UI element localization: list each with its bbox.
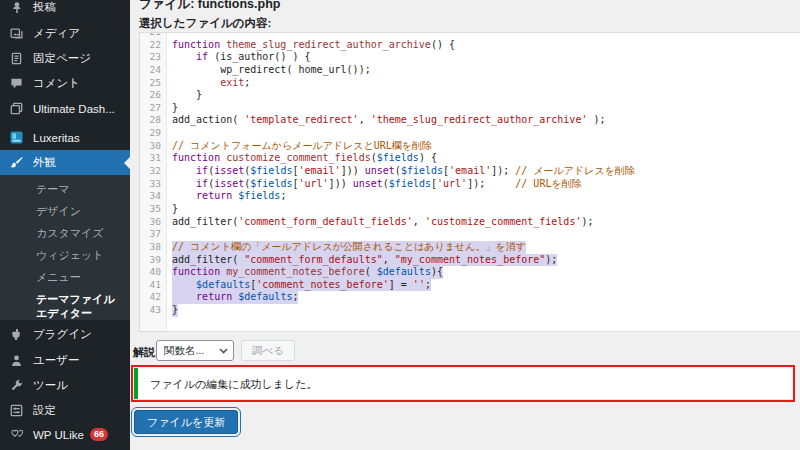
code-line: 41 $defaults['comment_notes_before'] = '… bbox=[140, 279, 800, 292]
submenu-item-design[interactable]: デザイン bbox=[0, 200, 130, 222]
line-number: 24 bbox=[140, 64, 167, 77]
sidebar-item-appearance[interactable]: 外観 bbox=[0, 150, 130, 175]
line-number: 28 bbox=[140, 114, 167, 127]
success-notice-text: ファイルの編集に成功しました。 bbox=[138, 368, 792, 392]
sidebar-item-tools[interactable]: ツール bbox=[0, 373, 130, 398]
sidebar-item-label: ユーザー bbox=[33, 353, 80, 368]
code-line: 28add_action( 'template_redirect', 'them… bbox=[140, 114, 800, 127]
settings-icon bbox=[9, 403, 24, 418]
submenu-item-theme-file-editor[interactable]: テーマファイルエディター bbox=[0, 288, 130, 324]
code-text: add_filter('comment_form_default_fields'… bbox=[172, 216, 593, 229]
line-number: 42 bbox=[140, 291, 167, 304]
sidebar-item-label: プラグイン bbox=[33, 327, 92, 342]
code-line: 27} bbox=[140, 102, 800, 115]
line-number: 37 bbox=[140, 228, 167, 241]
code-text: if (is_author() ) { bbox=[172, 51, 311, 64]
line-number: 39 bbox=[140, 254, 167, 267]
code-line: 36add_filter('comment_form_default_field… bbox=[140, 216, 800, 229]
documentation-label: 解説: bbox=[133, 345, 159, 360]
sidebar-item-settings[interactable]: 設定 bbox=[0, 398, 130, 423]
sidebar-item-label: 設定 bbox=[33, 403, 56, 418]
luxeritas-icon bbox=[9, 130, 24, 145]
sidebar-item-posts[interactable]: 投稿 bbox=[0, 0, 130, 20]
code-text-selected: add_filter( "comment_form_defaults", "my… bbox=[172, 254, 557, 267]
line-number: 31 bbox=[140, 152, 167, 165]
sidebar-item-plugins[interactable]: プラグイン bbox=[0, 322, 130, 347]
code-text: } bbox=[172, 203, 178, 216]
lookup-button[interactable]: 調べる bbox=[241, 340, 295, 361]
code-text: // コメントフォームからメールアドレスとURL欄を削除 bbox=[172, 140, 432, 153]
line-number: 27 bbox=[140, 102, 167, 115]
code-line: 33 if(isset($fields['url'])) unset($fiel… bbox=[140, 178, 800, 191]
line-number: 33 bbox=[140, 178, 167, 191]
line-number: 23 bbox=[140, 51, 167, 64]
code-text: function theme_slug_redirect_author_arch… bbox=[172, 39, 455, 52]
code-editor[interactable]: 2122function theme_slug_redirect_author_… bbox=[139, 32, 800, 332]
sidebar-item-label: コメント bbox=[33, 76, 80, 91]
code-line: 26 } bbox=[140, 89, 800, 102]
code-line: 38// コメント欄の「メールアドレスが公開されることはありません。」を消す bbox=[140, 241, 800, 254]
line-number: 21 bbox=[140, 32, 167, 39]
dashboard-icon bbox=[9, 101, 24, 116]
code-text: } bbox=[172, 102, 178, 115]
code-line: 30// コメントフォームからメールアドレスとURL欄を削除 bbox=[140, 140, 800, 153]
line-number: 25 bbox=[140, 77, 167, 90]
code-line: 23 if (is_author() ) { bbox=[140, 51, 800, 64]
submenu-item-themes[interactable]: テーマ bbox=[0, 178, 130, 200]
media-icon bbox=[9, 26, 24, 41]
user-icon bbox=[9, 353, 24, 368]
line-number: 35 bbox=[140, 203, 167, 216]
code-line: 22function theme_slug_redirect_author_ar… bbox=[140, 39, 800, 52]
line-number: 40 bbox=[140, 266, 167, 279]
sidebar-item-label: メディア bbox=[33, 26, 80, 41]
code-line: 32 if(isset($fields['email'])) unset($fi… bbox=[140, 165, 800, 178]
plugin-icon bbox=[9, 327, 24, 342]
page-icon bbox=[9, 51, 24, 66]
code-text: if(isset($fields['url'])) unset($fields[… bbox=[172, 178, 582, 191]
code-line: 37 bbox=[140, 228, 800, 241]
hearts-icon bbox=[9, 427, 24, 442]
line-number: 38 bbox=[140, 241, 167, 254]
code-text-selected: return $defaults; bbox=[172, 291, 298, 304]
code-line: 43} bbox=[140, 304, 800, 317]
code-text: function customize_comment_fields($field… bbox=[172, 152, 437, 165]
sidebar-item-wp-ulike[interactable]: WP ULike 66 bbox=[0, 422, 130, 447]
submenu-item-menus[interactable]: メニュー bbox=[0, 266, 130, 288]
sidebar-item-users[interactable]: ユーザー bbox=[0, 348, 130, 373]
wordpress-admin-screen: 投稿 メディア 固定ページ コメント Ultimate Dash... bbox=[0, 0, 800, 450]
admin-sidebar: 投稿 メディア 固定ページ コメント Ultimate Dash... bbox=[0, 0, 130, 450]
line-number: 32 bbox=[140, 165, 167, 178]
pin-icon bbox=[9, 0, 24, 15]
code-line: 21 bbox=[140, 32, 800, 39]
line-number: 36 bbox=[140, 216, 167, 229]
line-number: 26 bbox=[140, 89, 167, 102]
file-name-heading: ファイル: functions.php bbox=[139, 0, 280, 13]
sidebar-item-media[interactable]: メディア bbox=[0, 21, 130, 46]
submenu-item-customize[interactable]: カスタマイズ bbox=[0, 222, 130, 244]
sidebar-item-pages[interactable]: 固定ページ bbox=[0, 46, 130, 71]
appearance-submenu: テーマ デザイン カスタマイズ ウィジェット メニュー テーマファイルエディター bbox=[0, 175, 130, 320]
code-text-selected: // コメント欄の「メールアドレスが公開されることはありません。」を消す bbox=[172, 241, 526, 254]
line-number: 22 bbox=[140, 39, 167, 52]
sidebar-item-ultimate-dashboard[interactable]: Ultimate Dash... bbox=[0, 96, 130, 121]
line-number: 29 bbox=[140, 127, 167, 140]
line-number: 34 bbox=[140, 190, 167, 203]
code-text-selected: $defaults['comment_notes_before'] = ''; bbox=[172, 279, 431, 292]
wrench-icon bbox=[9, 378, 24, 393]
submenu-item-widgets[interactable]: ウィジェット bbox=[0, 244, 130, 266]
sidebar-item-label: 外観 bbox=[33, 155, 56, 170]
select-value: 関数名... bbox=[164, 344, 204, 358]
code-line: 42 return $defaults; bbox=[140, 291, 800, 304]
sidebar-item-comments[interactable]: コメント bbox=[0, 71, 130, 96]
code-text: add_action( 'template_redirect', 'theme_… bbox=[172, 114, 606, 127]
success-notice: ファイルの編集に成功しました。 bbox=[134, 368, 792, 399]
code-text: wp_redirect( home_url()); bbox=[172, 64, 371, 77]
code-line: 40function my_comment_notes_before( $def… bbox=[140, 266, 800, 279]
sidebar-item-label: Ultimate Dash... bbox=[33, 103, 115, 115]
line-number: 43 bbox=[140, 304, 167, 317]
sidebar-item-luxeritas[interactable]: Luxeritas bbox=[0, 125, 130, 150]
function-name-select[interactable]: 関数名... bbox=[156, 340, 234, 361]
update-file-button[interactable]: ファイルを更新 bbox=[134, 410, 238, 434]
line-number: 30 bbox=[140, 140, 167, 153]
code-text-selected: } bbox=[172, 304, 178, 317]
